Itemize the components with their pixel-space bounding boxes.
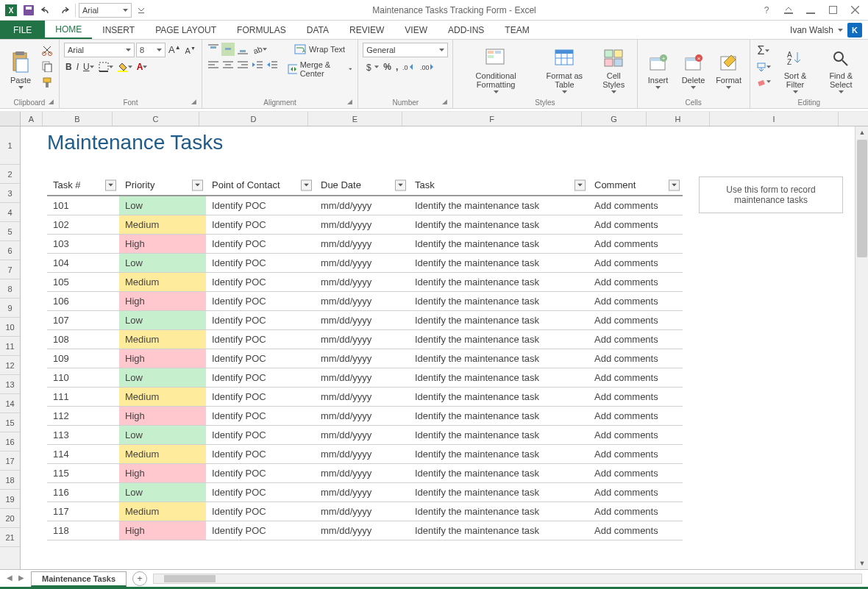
tab-view[interactable]: VIEW: [394, 21, 438, 39]
tab-formulas[interactable]: FORMULAS: [227, 21, 296, 39]
scroll-thumb[interactable]: [164, 575, 216, 582]
cell[interactable]: Identify POC: [206, 407, 315, 426]
cell[interactable]: mm/dd/yyyy: [315, 521, 409, 540]
cell[interactable]: Add comments: [588, 235, 683, 254]
row-header[interactable]: 17: [0, 451, 20, 471]
wrap-text-button[interactable]: Wrap Text: [286, 43, 353, 56]
cell-styles-button[interactable]: Cell Styles: [595, 43, 633, 97]
align-center-icon[interactable]: [221, 59, 235, 71]
sheet-tab[interactable]: Maintenance Tasks: [31, 571, 127, 587]
column-header[interactable]: G: [582, 112, 647, 126]
table-header[interactable]: Task #: [47, 175, 119, 196]
fill-icon[interactable]: [755, 60, 772, 74]
cell[interactable]: Identify the maintenance task: [409, 502, 588, 521]
cell[interactable]: Add comments: [588, 502, 683, 521]
qat-font-combo[interactable]: Arial: [79, 3, 132, 18]
cell[interactable]: Add comments: [588, 254, 683, 273]
table-row[interactable]: 108MediumIdentify POCmm/dd/yyyyIdentify …: [47, 330, 683, 349]
cell[interactable]: Identify POC: [206, 311, 315, 330]
column-header[interactable]: H: [647, 112, 710, 126]
cell[interactable]: 115: [47, 464, 119, 483]
cell[interactable]: 108: [47, 330, 119, 349]
cell[interactable]: Identify the maintenance task: [409, 445, 588, 464]
row-header[interactable]: 6: [0, 241, 20, 260]
increase-decimal-icon[interactable]: .0: [401, 61, 417, 73]
cell[interactable]: mm/dd/yyyy: [315, 483, 409, 502]
tab-page-layout[interactable]: PAGE LAYOUT: [145, 21, 227, 39]
format-cells-button[interactable]: Format: [713, 43, 745, 97]
cell[interactable]: mm/dd/yyyy: [315, 254, 409, 273]
cell[interactable]: 114: [47, 445, 119, 464]
user-name[interactable]: Ivan Walsh: [790, 25, 833, 35]
cell[interactable]: Identify the maintenance task: [409, 426, 588, 445]
filter-dropdown-icon[interactable]: [574, 179, 586, 190]
column-header[interactable]: B: [43, 112, 113, 126]
horizontal-scrollbar[interactable]: [153, 574, 862, 584]
cell[interactable]: Add comments: [588, 426, 683, 445]
cell[interactable]: Medium: [119, 330, 206, 349]
column-header[interactable]: E: [308, 112, 402, 126]
column-header[interactable]: F: [402, 112, 582, 126]
column-header[interactable]: I: [710, 112, 839, 126]
cut-icon[interactable]: [40, 43, 54, 57]
orientation-icon[interactable]: ab: [251, 43, 268, 56]
cell[interactable]: mm/dd/yyyy: [315, 426, 409, 445]
cell[interactable]: Identify POC: [206, 196, 315, 215]
cell[interactable]: 104: [47, 254, 119, 273]
cell[interactable]: 109: [47, 349, 119, 368]
cell[interactable]: mm/dd/yyyy: [315, 215, 409, 235]
align-middle-icon[interactable]: [221, 43, 235, 56]
close-icon[interactable]: [844, 3, 865, 18]
cell[interactable]: Identify the maintenance task: [409, 368, 588, 388]
cell[interactable]: mm/dd/yyyy: [315, 311, 409, 330]
tab-scroll-right-icon[interactable]: ▶: [16, 574, 26, 584]
table-header[interactable]: Due Date: [315, 175, 409, 196]
tab-file[interactable]: FILE: [0, 21, 45, 39]
tab-scroll-left-icon[interactable]: ◀: [4, 574, 15, 584]
cell[interactable]: mm/dd/yyyy: [315, 445, 409, 464]
cell[interactable]: 106: [47, 292, 119, 311]
cell[interactable]: mm/dd/yyyy: [315, 349, 409, 368]
save-icon[interactable]: [21, 2, 37, 18]
cell[interactable]: Identify the maintenance task: [409, 521, 588, 540]
percent-format-icon[interactable]: %: [382, 60, 393, 74]
cell[interactable]: Identify the maintenance task: [409, 215, 588, 235]
cell[interactable]: 112: [47, 407, 119, 426]
tab-data[interactable]: DATA: [296, 21, 339, 39]
table-header[interactable]: Point of Contact: [206, 175, 315, 196]
paste-button[interactable]: Paste: [4, 43, 37, 97]
dialog-launcher-icon[interactable]: ◢: [191, 98, 200, 107]
font-color-icon[interactable]: A: [135, 60, 149, 74]
cell[interactable]: High: [119, 349, 206, 368]
table-row[interactable]: 113LowIdentify POCmm/dd/yyyyIdentify the…: [47, 426, 683, 445]
row-header[interactable]: 20: [0, 509, 20, 528]
tab-team[interactable]: TEAM: [494, 21, 539, 39]
cell[interactable]: Identify POC: [206, 349, 315, 368]
cell[interactable]: Low: [119, 368, 206, 388]
merge-center-button[interactable]: Merge & Center: [286, 59, 353, 79]
row-header[interactable]: 18: [0, 471, 20, 490]
cell[interactable]: 107: [47, 311, 119, 330]
column-header[interactable]: C: [113, 112, 199, 126]
decrease-decimal-icon[interactable]: .00: [419, 61, 435, 73]
row-header[interactable]: 13: [0, 375, 20, 394]
worksheet-grid[interactable]: Maintenance Tasks Task #PriorityPoint of…: [21, 126, 855, 569]
cell[interactable]: Add comments: [588, 407, 683, 426]
cell[interactable]: Low: [119, 426, 206, 445]
cell[interactable]: Identify the maintenance task: [409, 235, 588, 254]
fill-color-icon[interactable]: [116, 60, 134, 74]
cell[interactable]: Add comments: [588, 330, 683, 349]
cell[interactable]: 117: [47, 502, 119, 521]
cell[interactable]: Identify the maintenance task: [409, 196, 588, 215]
row-header[interactable]: 11: [0, 337, 20, 356]
cell[interactable]: Identify the maintenance task: [409, 388, 588, 407]
table-row[interactable]: 103HighIdentify POCmm/dd/yyyyIdentify th…: [47, 235, 683, 254]
qat-customize-icon[interactable]: [133, 2, 149, 18]
row-header[interactable]: 7: [0, 260, 20, 279]
cell[interactable]: Identify POC: [206, 330, 315, 349]
select-all-corner[interactable]: [0, 112, 21, 126]
cell[interactable]: Add comments: [588, 445, 683, 464]
accounting-format-icon[interactable]: $: [363, 60, 380, 74]
maximize-icon[interactable]: [822, 3, 843, 18]
table-row[interactable]: 105MediumIdentify POCmm/dd/yyyyIdentify …: [47, 273, 683, 292]
